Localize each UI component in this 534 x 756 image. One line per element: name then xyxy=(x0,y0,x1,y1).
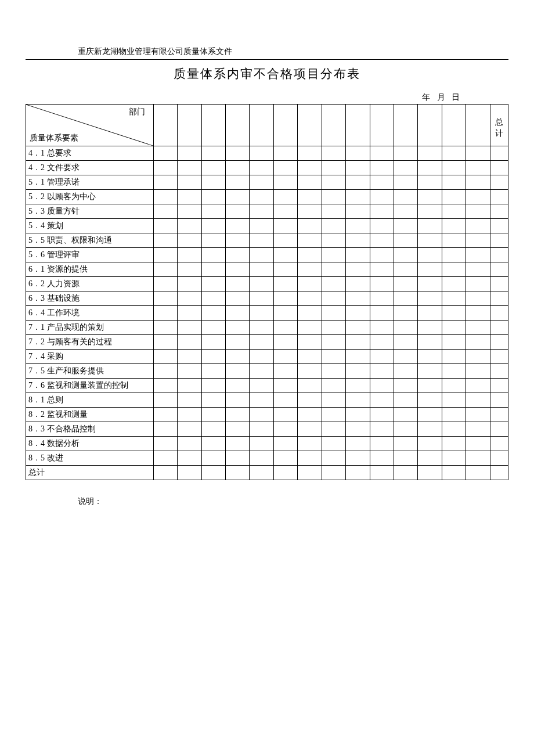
data-cell xyxy=(466,321,490,335)
data-cell xyxy=(370,451,394,466)
data-cell xyxy=(250,190,273,204)
data-cell xyxy=(418,350,442,364)
data-cell xyxy=(273,350,297,364)
table-row: 5．5 职责、权限和沟通 xyxy=(26,233,508,248)
data-cell xyxy=(370,393,394,408)
dept-header-cell xyxy=(370,105,394,146)
data-cell xyxy=(442,350,466,364)
data-cell xyxy=(442,190,466,204)
data-cell xyxy=(201,350,225,364)
data-cell xyxy=(298,175,322,190)
data-cell xyxy=(178,219,201,233)
data-cell xyxy=(322,379,345,393)
row-label: 4．2 文件要求 xyxy=(26,161,154,175)
table-row: 6．1 资源的提供 xyxy=(26,262,508,277)
row-label: 8．5 改进 xyxy=(26,451,154,466)
data-cell xyxy=(418,277,442,291)
data-cell xyxy=(298,335,322,350)
data-cell xyxy=(418,190,442,204)
data-cell xyxy=(178,146,201,161)
data-cell xyxy=(250,262,273,277)
data-cell xyxy=(201,175,225,190)
data-cell xyxy=(273,219,297,233)
data-cell xyxy=(273,422,297,437)
data-cell xyxy=(178,350,201,364)
data-cell xyxy=(466,233,490,248)
data-cell xyxy=(322,335,345,350)
row-label: 6．4 工作环境 xyxy=(26,306,154,321)
row-total-cell xyxy=(490,277,508,291)
data-cell xyxy=(298,321,322,335)
data-cell xyxy=(273,204,297,219)
data-cell xyxy=(442,451,466,466)
data-cell xyxy=(466,364,490,379)
data-cell xyxy=(466,422,490,437)
data-cell xyxy=(273,233,297,248)
data-cell xyxy=(178,248,201,262)
row-total-cell xyxy=(490,262,508,277)
data-cell xyxy=(298,277,322,291)
data-cell xyxy=(418,161,442,175)
data-cell xyxy=(298,204,322,219)
data-cell xyxy=(178,277,201,291)
data-cell xyxy=(153,379,177,393)
data-cell xyxy=(178,393,201,408)
row-total-cell xyxy=(490,335,508,350)
data-cell xyxy=(394,219,418,233)
data-cell xyxy=(250,175,273,190)
data-cell xyxy=(370,408,394,422)
data-cell xyxy=(250,146,273,161)
data-cell xyxy=(442,291,466,306)
row-label: 7．6 监视和测量装置的控制 xyxy=(26,379,154,393)
row-label: 5．2 以顾客为中心 xyxy=(26,190,154,204)
data-cell xyxy=(273,379,297,393)
data-cell xyxy=(466,408,490,422)
data-cell xyxy=(466,219,490,233)
data-cell xyxy=(394,146,418,161)
data-cell xyxy=(418,219,442,233)
data-cell xyxy=(394,262,418,277)
row-label: 5．4 策划 xyxy=(26,219,154,233)
dept-header-cell xyxy=(418,105,442,146)
data-cell xyxy=(466,306,490,321)
data-cell xyxy=(418,408,442,422)
data-cell xyxy=(225,393,249,408)
data-cell xyxy=(250,219,273,233)
data-cell xyxy=(298,291,322,306)
data-cell xyxy=(466,379,490,393)
table-row: 5．6 管理评审 xyxy=(26,248,508,262)
data-cell xyxy=(442,233,466,248)
data-cell xyxy=(370,437,394,451)
data-cell xyxy=(322,306,345,321)
data-cell xyxy=(201,146,225,161)
data-cell xyxy=(442,466,466,480)
row-total-cell xyxy=(490,451,508,466)
data-cell xyxy=(466,175,490,190)
table-row: 4．1 总要求 xyxy=(26,146,508,161)
data-cell xyxy=(178,335,201,350)
data-cell xyxy=(153,175,177,190)
data-cell xyxy=(153,277,177,291)
row-label: 8．3 不合格品控制 xyxy=(26,422,154,437)
data-cell xyxy=(153,204,177,219)
data-cell xyxy=(322,248,345,262)
data-cell xyxy=(298,306,322,321)
data-cell xyxy=(250,233,273,248)
date-line: 年 月 日 xyxy=(26,92,508,103)
data-cell xyxy=(250,408,273,422)
data-cell xyxy=(153,306,177,321)
data-cell xyxy=(250,364,273,379)
data-cell xyxy=(418,364,442,379)
data-cell xyxy=(466,161,490,175)
data-cell xyxy=(370,248,394,262)
data-cell xyxy=(394,248,418,262)
data-cell xyxy=(201,190,225,204)
data-cell xyxy=(273,408,297,422)
data-cell xyxy=(225,306,249,321)
data-cell xyxy=(394,393,418,408)
data-cell xyxy=(442,248,466,262)
data-cell xyxy=(322,364,345,379)
data-cell xyxy=(370,262,394,277)
data-cell xyxy=(298,350,322,364)
data-cell xyxy=(201,422,225,437)
